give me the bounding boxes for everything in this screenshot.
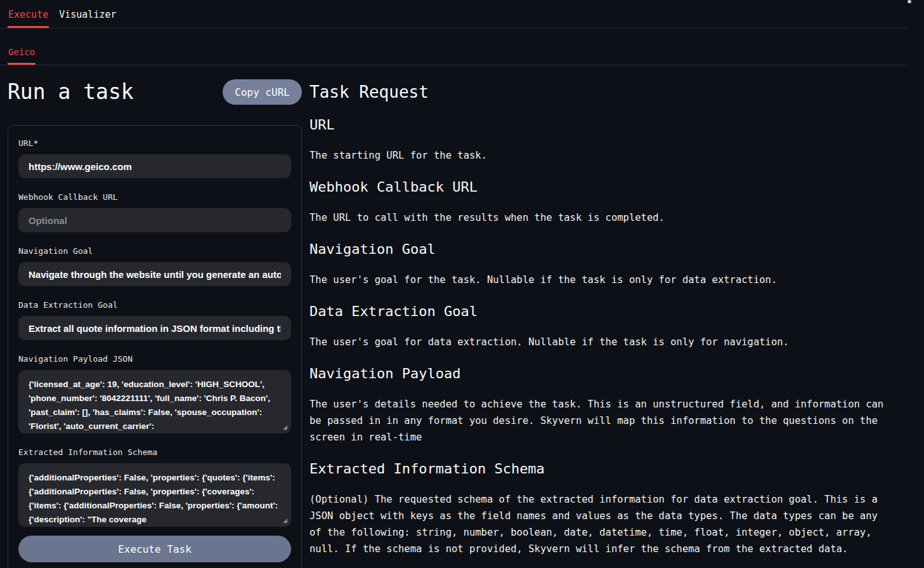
navigation-payload-field-group: Navigation Payload JSON {'licensed_at_ag… (18, 354, 291, 433)
tab-execute[interactable]: Execute (8, 0, 49, 28)
run-task-title: Run a task (8, 79, 134, 105)
doc-body-navigation-payload: The user's details needed to achieve the… (309, 396, 908, 446)
url-field-group: URL* (18, 138, 291, 178)
sub-tab-bar: Geico (0, 29, 908, 65)
webhook-field-group: Webhook Callback URL (18, 192, 291, 232)
doc-body-navigation-goal: The user's goal for the task. Nullable i… (309, 272, 908, 288)
doc-heading-navigation-goal: Navigation Goal (309, 241, 908, 258)
doc-heading-extracted-schema: Extracted Information Schema (309, 460, 908, 478)
url-label: URL* (18, 138, 291, 149)
navigation-goal-input[interactable] (18, 262, 291, 286)
webhook-label: Webhook Callback URL (18, 192, 291, 202)
doc-body-url: The starting URL for the task. (309, 147, 908, 164)
execute-task-button[interactable]: Execute Task (18, 536, 291, 562)
navigation-payload-label: Navigation Payload JSON (18, 354, 291, 364)
doc-body-webhook: The URL to call with the results when th… (309, 209, 908, 226)
textarea-resize-handle[interactable] (283, 425, 287, 430)
data-extraction-goal-field-group: Data Extraction Goal (18, 300, 291, 340)
data-extraction-goal-input[interactable] (18, 316, 291, 340)
data-extraction-goal-label: Data Extraction Goal (18, 300, 291, 310)
navigation-payload-textarea[interactable]: {'licensed_at_age': 19, 'education_level… (18, 370, 291, 433)
main-content: Run a task Copy cURL URL* Webhook Callba… (0, 65, 924, 568)
navigation-goal-field-group: Navigation Goal (18, 246, 291, 286)
doc-body-extracted-schema: (Optional) The requested schema of the e… (309, 491, 908, 557)
tab-visualizer[interactable]: Visualizer (58, 0, 117, 28)
doc-heading-data-extraction-goal: Data Extraction Goal (309, 303, 908, 320)
navigation-goal-label: Navigation Goal (18, 246, 291, 256)
webhook-input[interactable] (18, 208, 291, 232)
task-form-card: URL* Webhook Callback URL Navigation Goa… (8, 125, 302, 568)
textarea-resize-handle[interactable] (283, 518, 287, 523)
doc-heading-webhook: Webhook Callback URL (309, 178, 908, 196)
doc-heading-url: URL (309, 116, 908, 134)
tab-geico[interactable]: Geico (8, 29, 36, 65)
run-task-header: Run a task Copy cURL (8, 77, 302, 107)
doc-heading-navigation-payload: Navigation Payload (309, 365, 908, 383)
url-input[interactable] (18, 154, 291, 178)
extracted-schema-label: Extracted Information Schema (18, 447, 291, 458)
extracted-schema-textarea[interactable]: {'additionalProperties': False, 'propert… (18, 463, 291, 527)
top-tab-bar: Execute Visualizer (0, 0, 908, 29)
scrollbar-thumb[interactable] (908, 0, 911, 3)
extracted-schema-field-group: Extracted Information Schema {'additiona… (18, 447, 291, 527)
run-task-panel: Run a task Copy cURL URL* Webhook Callba… (8, 65, 302, 568)
doc-body-data-extraction-goal: The user's goal for data extraction. Nul… (309, 334, 908, 350)
task-request-panel: Task Request URL The starting URL for th… (309, 65, 908, 568)
copy-curl-button[interactable]: Copy cURL (223, 79, 302, 105)
task-request-title: Task Request (309, 83, 908, 102)
